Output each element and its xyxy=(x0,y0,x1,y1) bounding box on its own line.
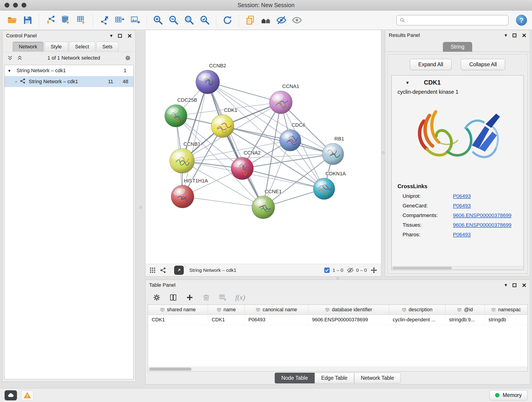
tab-network-table[interactable]: Network Table xyxy=(354,373,401,383)
network-node-HIST1H1A[interactable]: HIST1H1A xyxy=(171,178,208,208)
tree-expander-icon[interactable]: ▾ xyxy=(8,68,14,73)
pan-move-icon[interactable] xyxy=(370,267,377,274)
delete-column-trash-icon[interactable] xyxy=(202,294,210,301)
column-header[interactable]: namespac xyxy=(485,305,527,315)
column-header[interactable]: canonical name xyxy=(245,305,308,315)
panel-menu-icon[interactable]: ▾ xyxy=(110,33,113,38)
import-table-button[interactable] xyxy=(75,13,89,27)
network-node-RB1[interactable]: RB1 xyxy=(322,136,344,165)
gear-icon[interactable] xyxy=(125,55,131,61)
zoom-in-button[interactable] xyxy=(151,13,165,27)
zoom-window-button[interactable] xyxy=(22,3,26,7)
graphics-details-button[interactable] xyxy=(259,13,273,27)
search-box[interactable] xyxy=(396,15,509,26)
network-graph[interactable]: CCNB2CCNA1CDC25BCDK1CDC6RB1CCNB1CCNA2CDK… xyxy=(146,30,381,264)
crosslink-link[interactable]: P06493 xyxy=(453,232,471,238)
network-canvas[interactable]: CCNB2CCNA1CDC25BCDK1CDC6RB1CCNB1CCNA2CDK… xyxy=(146,30,381,264)
splitter-handle[interactable] xyxy=(336,277,339,280)
crosslink-link[interactable]: P06493 xyxy=(453,193,471,199)
column-header[interactable]: description xyxy=(389,305,445,315)
table-cell[interactable]: CDK1 xyxy=(208,315,245,325)
crosslink-link[interactable]: 9606.ENSP00000378699 xyxy=(453,212,511,218)
delete-table-icon[interactable] xyxy=(219,294,227,301)
selected-checkbox-icon[interactable] xyxy=(323,267,330,274)
new-network-from-selection-button[interactable] xyxy=(97,13,111,27)
add-column-icon[interactable] xyxy=(186,294,194,301)
scrollbar-thumb[interactable] xyxy=(393,267,452,269)
network-edge-CCNB2-CCNE1[interactable] xyxy=(208,82,263,207)
network-row[interactable]: ● String Network – cdk1 11 48 xyxy=(5,76,133,87)
network-node-CCNA1[interactable]: CCNA1 xyxy=(269,83,299,114)
table-cell[interactable]: cyclin-dependent ... xyxy=(389,315,445,325)
tab-sets[interactable]: Sets xyxy=(96,42,119,51)
function-builder-icon[interactable]: f(x) xyxy=(235,293,245,302)
search-input[interactable] xyxy=(407,17,505,23)
tab-edge-table[interactable]: Edge Table xyxy=(315,373,354,383)
table-horizontal-scrollbar[interactable] xyxy=(148,367,527,371)
table-cell[interactable]: P06493 xyxy=(245,315,308,325)
hide-selection-button[interactable] xyxy=(274,13,288,27)
column-header[interactable]: name xyxy=(208,305,245,315)
show-all-button[interactable] xyxy=(290,13,304,27)
memory-button[interactable]: Memory xyxy=(489,390,527,400)
scrollbar-thumb[interactable] xyxy=(149,368,191,370)
panel-menu-icon[interactable]: ▾ xyxy=(505,33,507,38)
panel-close-icon[interactable]: × xyxy=(522,281,526,289)
network-node-CDKN1A[interactable]: CDKN1A xyxy=(313,171,346,200)
export-table-button[interactable] xyxy=(113,13,127,27)
tab-select[interactable]: Select xyxy=(69,42,95,51)
tab-style[interactable]: Style xyxy=(44,42,68,51)
table-cell[interactable]: CDK1 xyxy=(148,315,208,325)
collapse-all-tree-icon[interactable] xyxy=(7,55,13,61)
tab-network[interactable]: Network xyxy=(13,42,44,51)
crosslink-link[interactable]: P06493 xyxy=(453,203,471,209)
table-settings-gear-icon[interactable] xyxy=(153,294,161,301)
network-node-CDC6[interactable]: CDC6 xyxy=(279,122,305,151)
network-node-CDC25B[interactable]: CDC25B xyxy=(165,97,197,127)
column-header[interactable]: @id xyxy=(445,305,485,315)
help-button[interactable]: ? xyxy=(516,15,527,26)
tab-node-table[interactable]: Node Table xyxy=(275,373,315,383)
show-columns-icon[interactable] xyxy=(169,294,177,301)
close-window-button[interactable] xyxy=(5,3,9,7)
grid-view-icon[interactable] xyxy=(149,267,156,274)
panel-close-icon[interactable]: × xyxy=(522,32,526,39)
minimize-window-button[interactable] xyxy=(13,3,18,7)
warnings-button[interactable] xyxy=(21,390,33,400)
results-horizontal-scrollbar[interactable] xyxy=(392,266,524,270)
import-network-from-database-button[interactable] xyxy=(59,13,73,27)
open-in-window-button[interactable] xyxy=(174,266,184,275)
network-collection-row[interactable]: ▾ String Network – cdk1 1 xyxy=(5,65,133,76)
expand-all-button[interactable]: Expand All xyxy=(410,59,452,70)
open-session-button[interactable] xyxy=(5,13,19,27)
cloud-button[interactable] xyxy=(5,390,17,400)
table-row[interactable]: CDK1 CDK1 P06493 9606.ENSP00000378699 cy… xyxy=(148,315,527,325)
protein-card-header[interactable]: ▾ CDK1 xyxy=(392,75,524,88)
import-network-from-file-button[interactable] xyxy=(43,13,57,27)
birdseye-icon[interactable] xyxy=(160,267,167,274)
splitter-handle[interactable] xyxy=(382,151,385,154)
panel-float-icon[interactable] xyxy=(513,33,516,37)
network-node-CCNB2[interactable]: CCNB2 xyxy=(196,63,226,94)
column-header[interactable]: database identifier xyxy=(308,305,389,315)
save-session-button[interactable] xyxy=(21,13,35,27)
column-header[interactable]: shared name xyxy=(148,305,208,315)
panel-float-icon[interactable] xyxy=(118,34,122,38)
export-image-button[interactable] xyxy=(128,13,143,27)
copy-document-button[interactable] xyxy=(243,13,257,27)
zoom-selected-button[interactable] xyxy=(198,13,212,27)
zoom-fit-button[interactable] xyxy=(182,13,196,27)
network-edge-HIST1H1A-CCNE1[interactable] xyxy=(183,197,263,207)
refresh-network-button[interactable] xyxy=(220,13,234,27)
table-cell[interactable]: 9606.ENSP00000378699 xyxy=(308,315,389,325)
zoom-out-button[interactable] xyxy=(167,13,181,27)
panel-menu-icon[interactable]: ▾ xyxy=(505,283,507,288)
table-cell[interactable]: stringdb:9... xyxy=(445,315,485,325)
hidden-eye-slash-icon[interactable] xyxy=(347,267,354,274)
tab-string[interactable]: String xyxy=(443,42,472,52)
expand-all-tree-icon[interactable] xyxy=(17,55,23,61)
table-cell[interactable]: stringdb xyxy=(485,315,527,325)
collapse-all-button[interactable]: Collapse All xyxy=(461,59,505,70)
protein-collapse-icon[interactable]: ▾ xyxy=(406,80,409,85)
crosslink-link[interactable]: 9606.ENSP00000378699 xyxy=(453,222,511,228)
